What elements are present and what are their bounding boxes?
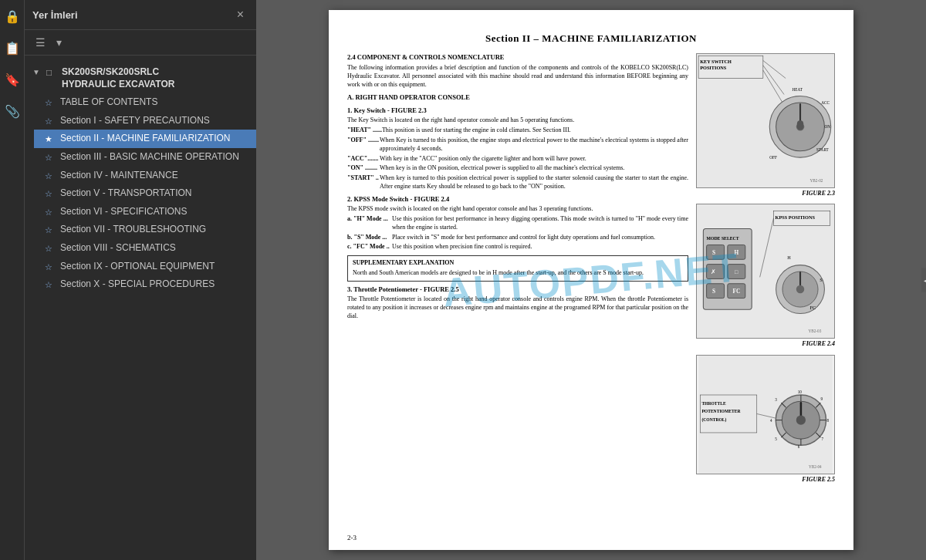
key-item-acc: "ACC"....... With key in the "ACC" posit…	[347, 155, 688, 164]
svg-rect-21	[707, 245, 725, 260]
sidebar-item-sec1[interactable]: ☆ Section I - SAFETY PRECAUTIONS	[34, 112, 256, 130]
sidebar-item-sec6[interactable]: ☆ Section VI - SPECIFICATIONS	[34, 203, 256, 221]
supplementary-heading: SUPPLEMENTARY EXPLANATION	[353, 259, 683, 268]
sidebar-item-sec4[interactable]: ☆ Section IV - MAINTENANCE	[34, 167, 256, 185]
svg-text:OFF: OFF	[769, 155, 777, 160]
sidebar-item-sec10[interactable]: ☆ Section X - SPECIAL PROCEDURES	[34, 275, 256, 294]
sidebar-item-label-sec4: Section IV - MAINTENANCE	[60, 170, 178, 182]
copy-icon-btn[interactable]: 📋	[2, 38, 23, 59]
bookmark-empty-icon-sec7: ☆	[45, 225, 56, 235]
svg-text:5: 5	[775, 437, 777, 441]
sidebar-item-label-sec2: Section II - MACHINE FAMILIARIZATION	[60, 133, 230, 145]
kpss-items-list: a. "H" Mode ... Use this position for be…	[347, 215, 688, 251]
sidebar-item-sec5[interactable]: ☆ Section V - TRANSPORTATION	[34, 184, 256, 203]
section-2-4-intro: The following information provides a bri…	[347, 64, 688, 89]
svg-text:S: S	[712, 249, 715, 256]
svg-point-61	[796, 416, 806, 425]
sidebar-header: Yer İmleri ×	[25, 0, 256, 30]
svg-text:KEY SWITCH: KEY SWITCH	[700, 58, 732, 63]
sidebar-item-label-sec3: Section III - BASIC MACHINE OPERATION	[60, 151, 239, 164]
kpss-fc-label: c. "FC" Mode ..	[347, 243, 392, 251]
svg-text:START: START	[816, 147, 830, 151]
bookmark-empty-icon-toc: ☆	[45, 98, 56, 108]
bookmark-icon-btn[interactable]: 🔖	[2, 69, 23, 90]
col-left: 2.4 COMPONENT & CONTROLS NOMENCLATURE Th…	[347, 53, 688, 484]
kpss-h-label: a. "H" Mode ...	[347, 215, 392, 232]
figure-2-5-container: THROTTLE POTENTIOMETER (CONTROL)	[696, 355, 835, 484]
item1-heading: 1. Key Switch - FIGURE 2.3	[347, 106, 688, 115]
sidebar-toolbar: ☰ ▾	[25, 30, 256, 56]
sidebar-content: ▼ □ SK200SR/SK200SRLC HYDRAULIC EXCAVATO…	[25, 56, 256, 560]
bookmark-empty-icon-sec5: ☆	[45, 189, 56, 199]
key-acc-label: "ACC".......	[347, 155, 380, 164]
figure-2-3-container: KEY SWITCH POSITIONS HEAT	[696, 53, 835, 198]
item3-heading: 3. Throttle Potentiometer - FIGURE 2.5	[347, 285, 688, 294]
svg-text:ON: ON	[824, 124, 830, 129]
key-off-label: "OFF" .......	[347, 137, 380, 153]
sidebar-item-sec7[interactable]: ☆ Section VII - TROUBLESHOOTING	[34, 221, 256, 239]
svg-text:9: 9	[820, 396, 823, 401]
svg-text:□: □	[735, 269, 738, 276]
kpss-item-h: a. "H" Mode ... Use this position for be…	[347, 215, 688, 232]
page-title: Section II – MACHINE FAMILIARIZATION	[347, 32, 835, 46]
figure-2-4-svg: MODE SELECT S H ✗ □	[697, 204, 834, 338]
key-on-val: When key is in the ON position, electric…	[380, 164, 624, 173]
svg-text:YB2-03: YB2-03	[808, 329, 821, 333]
key-heat-label: "HEAT" ......	[347, 127, 382, 135]
figure-2-5-box: THROTTLE POTENTIOMETER (CONTROL)	[696, 355, 835, 474]
figure-2-3-caption: FIGURE 2.3	[696, 190, 835, 198]
sidebar-arrow-btn[interactable]: ▾	[53, 35, 65, 50]
lock-icon-btn[interactable]: 🔒	[2, 6, 23, 27]
kpss-h-val: Use this position for best performance i…	[392, 215, 688, 232]
kpss-fc-val: Use this position when precision fine co…	[392, 243, 532, 251]
bookmark-empty-icon-sec10: ☆	[45, 280, 56, 290]
page-number: 2-3	[347, 533, 357, 542]
bookmark-filled-icon-sec2: ★	[45, 134, 56, 144]
parent-bookmark-text: SK200SR/SK200SRLC HYDRAULIC EXCAVATOR	[62, 66, 174, 90]
sidebar-item-sec3[interactable]: ☆ Section III - BASIC MACHINE OPERATION	[34, 148, 256, 167]
sidebar-item-label-sec7: Section VII - TROUBLESHOOTING	[60, 224, 206, 236]
sidebar-item-sec9[interactable]: ☆ Section IX - OPTIONAL EQUIPMENT	[34, 258, 256, 276]
key-start-val: When key is turned to this position elec…	[380, 174, 688, 191]
svg-text:POTENTIOMETER: POTENTIOMETER	[701, 410, 741, 414]
paperclip-icon-btn[interactable]: 📎	[2, 101, 23, 122]
key-item-heat: "HEAT" ...... This position is used for …	[347, 127, 688, 135]
figure-2-4-container: MODE SELECT S H ✗ □	[696, 204, 835, 349]
bookmark-children-list: ☆ TABLE OF CONTENTS ☆ Section I - SAFETY…	[25, 93, 256, 294]
item2-heading: 2. KPSS Mode Switch - FIGURE 2.4	[347, 195, 688, 204]
svg-text:6: 6	[798, 445, 800, 450]
svg-text:✗: ✗	[711, 269, 716, 276]
svg-text:S: S	[712, 288, 715, 295]
key-start-label: "START" ..	[347, 174, 380, 191]
supplementary-text: North and South American models are desi…	[353, 269, 683, 278]
key-items-list: "HEAT" ...... This position is used for …	[347, 127, 688, 191]
sidebar-item-label-sec6: Section VI - SPECIFICATIONS	[60, 206, 187, 218]
sidebar-collapse-button[interactable]: ◀	[921, 268, 926, 292]
svg-text:4: 4	[770, 418, 772, 423]
bookmark-parent-item[interactable]: ▼ □ SK200SR/SK200SRLC HYDRAULIC EXCAVATO…	[25, 63, 256, 93]
svg-text:(CONTROL): (CONTROL)	[701, 417, 726, 423]
sidebar-item-sec2[interactable]: ★ Section II - MACHINE FAMILIARIZATION	[34, 130, 256, 148]
key-off-val: When Key is turned to this position, the…	[380, 137, 688, 153]
key-item-off: "OFF" ....... When Key is turned to this…	[347, 137, 688, 153]
sidebar-item-label-sec5: Section V - TRANSPORTATION	[60, 187, 191, 200]
section-2-4-heading: 2.4 COMPONENT & CONTROLS NOMENCLATURE	[347, 53, 688, 62]
page-two-col: 2.4 COMPONENT & CONTROLS NOMENCLATURE Th…	[347, 53, 835, 484]
sidebar-list-icon-btn[interactable]: ☰	[32, 35, 49, 50]
list-icon: ☰	[35, 36, 46, 49]
page-content: AUTOPDF.NET Section II – MACHINE FAMILIA…	[329, 10, 853, 550]
sidebar-item-toc[interactable]: ☆ TABLE OF CONTENTS	[34, 93, 256, 112]
collapse-arrow-icon: ▼	[32, 68, 42, 76]
item2-sub: The KPSS mode switch is located on the r…	[347, 205, 688, 214]
paperclip-icon: 📎	[5, 104, 20, 119]
sidebar-item-label-sec10: Section X - SPECIAL PROCEDURES	[60, 278, 215, 291]
key-heat-val: This position is used for starting the e…	[382, 127, 571, 135]
svg-text:MODE SELECT: MODE SELECT	[707, 237, 739, 241]
key-item-on: "ON" ........ When key is in the ON posi…	[347, 164, 688, 173]
sidebar-item-sec8[interactable]: ☆ Section VIII - SCHEMATICS	[34, 239, 256, 258]
sidebar-close-button[interactable]: ×	[232, 6, 248, 23]
console-heading: A. RIGHT HAND OPERATOR CONSOLE	[347, 93, 688, 102]
sidebar-title: Yer İmleri	[32, 9, 78, 21]
sidebar: Yer İmleri × ☰ ▾ ▼ □ SK200SR/SK200SRLC H…	[25, 0, 256, 560]
sidebar-item-label-sec9: Section IX - OPTIONAL EQUIPMENT	[60, 261, 215, 273]
